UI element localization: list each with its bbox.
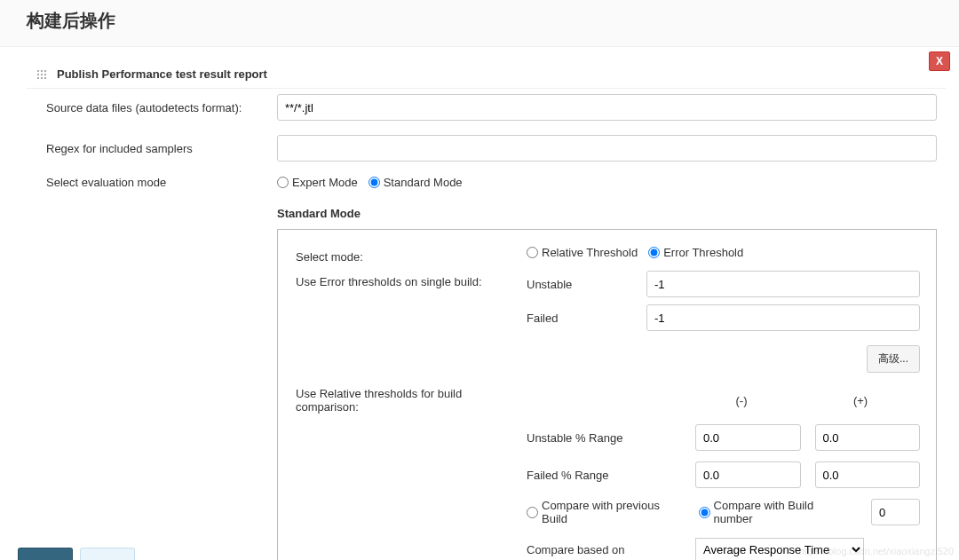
unstable-threshold-row: Unstable	[527, 271, 920, 297]
standard-mode-radio[interactable]	[369, 177, 380, 188]
error-threshold-label: Error Threshold	[663, 246, 743, 259]
compare-previous-radio[interactable]	[527, 507, 538, 518]
advanced-button[interactable]: 高级...	[867, 345, 920, 373]
minus-header: (-)	[682, 394, 801, 407]
page-title: 构建后操作	[27, 9, 932, 33]
publish-performance-section: X Publish Performance test result report…	[27, 60, 946, 560]
unstable-range-row: Unstable % Range	[296, 424, 920, 451]
unstable-range-minus-input[interactable]	[695, 424, 801, 451]
standard-mode-heading: Standard Mode	[277, 207, 937, 220]
compare-based-select[interactable]: Average Response Time	[695, 538, 864, 560]
failed-range-plus-input[interactable]	[815, 461, 921, 488]
form-body: Source data files (autodetects format): …	[27, 89, 946, 560]
relative-threshold-radio-item[interactable]: Relative Threshold	[527, 246, 638, 259]
standard-mode-panel: Select mode: Relative Threshold Error Th…	[277, 229, 937, 560]
compare-row: Compare with previous Build Compare with…	[296, 499, 920, 525]
expert-mode-radio-item[interactable]: Expert Mode	[277, 176, 358, 189]
standard-mode-radio-item[interactable]: Standard Mode	[369, 176, 463, 189]
footer-tab-primary[interactable]	[18, 548, 73, 560]
footer-tab-secondary[interactable]	[80, 548, 135, 560]
source-files-row: Source data files (autodetects format):	[46, 94, 937, 121]
regex-row: Regex for included samplers	[46, 135, 937, 162]
source-files-input[interactable]	[277, 94, 937, 121]
unstable-label: Unstable	[527, 278, 646, 291]
close-button[interactable]: X	[929, 51, 950, 71]
compare-previous-label: Compare with previous Build	[542, 499, 688, 525]
failed-threshold-row: Failed	[527, 304, 920, 331]
select-mode-label: Select mode:	[296, 246, 527, 264]
relative-threshold-label: Relative Threshold	[542, 246, 638, 259]
advanced-row: 高级...	[296, 345, 920, 373]
standard-mode-label: Standard Mode	[384, 176, 463, 189]
select-mode-row: Select mode: Relative Threshold Error Th…	[296, 246, 920, 264]
compare-number-label: Compare with Build number	[714, 499, 855, 525]
failed-range-label: Failed % Range	[527, 469, 695, 482]
error-threshold-radio[interactable]	[648, 247, 660, 258]
unstable-input[interactable]	[646, 271, 920, 297]
compare-based-row: Compare based on Average Response Time	[296, 538, 920, 560]
regex-input[interactable]	[277, 135, 937, 162]
expert-mode-label: Expert Mode	[292, 176, 358, 189]
failed-range-minus-input[interactable]	[695, 461, 801, 488]
plus-header: (+)	[801, 394, 920, 407]
eval-mode-row: Select evaluation mode Expert Mode Stand…	[46, 176, 937, 189]
eval-mode-label: Select evaluation mode	[46, 176, 277, 189]
section-header: Publish Performance test result report	[27, 60, 946, 89]
footer-tabs	[18, 548, 135, 560]
error-thresholds-row: Use Error thresholds on single build: Un…	[296, 271, 920, 338]
section-title: Publish Performance test result report	[57, 67, 267, 81]
error-threshold-radio-item[interactable]: Error Threshold	[648, 246, 743, 259]
relative-threshold-radio[interactable]	[527, 247, 538, 258]
compare-based-label: Compare based on	[527, 543, 695, 556]
regex-label: Regex for included samplers	[46, 142, 277, 155]
compare-previous-radio-item[interactable]: Compare with previous Build	[527, 499, 688, 525]
source-files-label: Source data files (autodetects format):	[46, 101, 277, 114]
unstable-range-label: Unstable % Range	[527, 431, 695, 445]
drag-handle-icon[interactable]	[36, 68, 48, 81]
expert-mode-radio[interactable]	[277, 177, 289, 188]
compare-number-radio[interactable]	[699, 507, 710, 518]
compare-number-input[interactable]	[871, 499, 920, 525]
unstable-range-plus-input[interactable]	[815, 424, 921, 451]
failed-range-row: Failed % Range	[296, 461, 920, 488]
error-thresholds-label: Use Error thresholds on single build:	[296, 271, 527, 288]
compare-number-radio-item[interactable]: Compare with Build number	[699, 499, 855, 525]
relative-header-row: Use Relative thresholds for build compar…	[296, 387, 920, 414]
failed-input[interactable]	[646, 304, 920, 331]
failed-label: Failed	[527, 312, 646, 325]
page-header: 构建后操作	[0, 0, 959, 47]
relative-thresholds-label: Use Relative thresholds for build compar…	[296, 387, 527, 414]
